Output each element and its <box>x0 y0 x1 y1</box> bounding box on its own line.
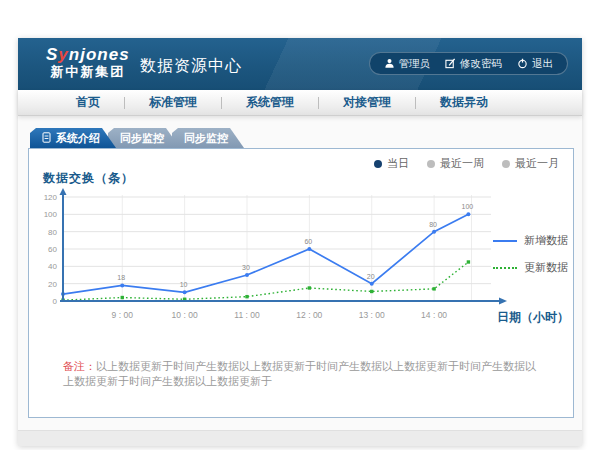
window-footer <box>18 430 582 446</box>
radio-icon <box>502 160 510 168</box>
svg-text:60: 60 <box>304 238 312 245</box>
svg-text:10 : 00: 10 : 00 <box>172 310 198 320</box>
legend-entry-updated-data: 更新数据 <box>493 260 568 275</box>
page: Synjones 新中新集团 数据资源中心 管理员 修改密码 退出 <box>0 0 600 450</box>
brand-logo-part2: njones <box>69 45 130 64</box>
page-title: 数据资源中心 <box>140 56 242 77</box>
chart-legend: 新增数据 更新数据 <box>493 233 568 275</box>
legend-label: 新增数据 <box>524 233 568 248</box>
svg-text:80: 80 <box>429 221 437 228</box>
change-password-button[interactable]: 修改密码 <box>445 57 502 71</box>
legend-entry-new-data: 新增数据 <box>493 233 568 248</box>
change-password-label: 修改密码 <box>460 57 502 71</box>
filter-option-today[interactable]: 当日 <box>374 156 409 171</box>
svg-text:10: 10 <box>180 281 188 288</box>
brand-logo-accent: y <box>58 45 68 64</box>
svg-text:40: 40 <box>48 262 57 271</box>
svg-text:20: 20 <box>48 280 57 289</box>
edit-icon <box>445 58 456 69</box>
document-icon <box>42 132 51 145</box>
tab-label: 同步监控 <box>184 131 228 146</box>
tab-bar: 系统介绍 同步监控 同步监控 <box>30 128 244 148</box>
svg-text:100: 100 <box>462 203 474 210</box>
svg-text:100: 100 <box>44 210 58 219</box>
logout-button[interactable]: 退出 <box>517 57 553 71</box>
line-chart: 1810306020801000204060801001209 : 0010 :… <box>37 187 517 329</box>
brand-logo: Synjones 新中新集团 <box>46 45 130 80</box>
chart-y-axis-title: 数据交换（条） <box>43 170 134 187</box>
logout-label: 退出 <box>532 57 553 71</box>
app-window: Synjones 新中新集团 数据资源中心 管理员 修改密码 退出 <box>18 38 582 446</box>
svg-text:20: 20 <box>367 273 375 280</box>
radio-label: 最近一月 <box>515 156 559 171</box>
tab-sync-monitor-1[interactable]: 同步监控 <box>108 128 180 148</box>
tab-label: 同步监控 <box>120 131 164 146</box>
note-text: 以上数据更新于时间产生数据以上数据更新于时间产生数据以上数据更新于时间产生数据以… <box>63 360 536 387</box>
radio-label: 当日 <box>387 156 409 171</box>
brand-logo-part1: S <box>46 45 58 64</box>
chart-x-axis-title: 日期（小时） <box>497 309 569 326</box>
nav-item-data-change[interactable]: 数据异动 <box>416 94 512 111</box>
radio-icon <box>427 160 435 168</box>
legend-line-sample-new <box>493 240 517 242</box>
legend-label: 更新数据 <box>524 260 568 275</box>
radio-icon <box>374 160 382 168</box>
nav-item-docking-management[interactable]: 对接管理 <box>319 94 415 111</box>
svg-text:80: 80 <box>48 228 57 237</box>
nav-item-system-management[interactable]: 系统管理 <box>222 94 318 111</box>
brand-logo-text: Synjones <box>46 45 130 64</box>
filter-option-last-month[interactable]: 最近一月 <box>502 156 559 171</box>
tab-label: 系统介绍 <box>56 131 100 146</box>
note-prefix: 备注： <box>63 360 96 372</box>
nav-item-home[interactable]: 首页 <box>52 94 124 111</box>
tab-system-intro[interactable]: 系统介绍 <box>30 128 116 148</box>
brand-company-name: 新中新集团 <box>46 64 130 80</box>
svg-text:11 : 00: 11 : 00 <box>234 310 260 320</box>
filter-option-last-week[interactable]: 最近一周 <box>427 156 484 171</box>
nav-item-standard-management[interactable]: 标准管理 <box>125 94 221 111</box>
logout-icon <box>517 58 528 69</box>
radio-label: 最近一周 <box>440 156 484 171</box>
header: Synjones 新中新集团 数据资源中心 管理员 修改密码 退出 <box>18 38 582 90</box>
svg-text:30: 30 <box>242 264 250 271</box>
user-name-button[interactable]: 管理员 <box>384 57 431 71</box>
user-menu: 管理员 修改密码 退出 <box>369 52 569 75</box>
svg-text:0: 0 <box>53 297 58 306</box>
svg-text:13 : 00: 13 : 00 <box>359 310 385 320</box>
date-range-filter: 当日 最近一周 最近一月 <box>374 156 559 171</box>
svg-text:9 : 00: 9 : 00 <box>112 310 134 320</box>
tab-sync-monitor-2[interactable]: 同步监控 <box>172 128 244 148</box>
svg-text:12 : 00: 12 : 00 <box>296 310 322 320</box>
svg-text:60: 60 <box>48 245 57 254</box>
svg-text:120: 120 <box>44 193 58 202</box>
content-panel: 当日 最近一周 最近一月 数据交换（条） 1810306020801000204… <box>28 148 574 418</box>
main-nav: 首页 标准管理 系统管理 对接管理 数据异动 <box>18 90 582 116</box>
footer-note: 备注：以上数据更新于时间产生数据以上数据更新于时间产生数据以上数据更新于时间产生… <box>63 359 543 389</box>
user-icon <box>384 58 395 69</box>
svg-text:14 : 00: 14 : 00 <box>421 310 447 320</box>
svg-text:18: 18 <box>117 274 125 281</box>
user-name-label: 管理员 <box>399 57 431 71</box>
legend-line-sample-updated <box>493 267 517 269</box>
